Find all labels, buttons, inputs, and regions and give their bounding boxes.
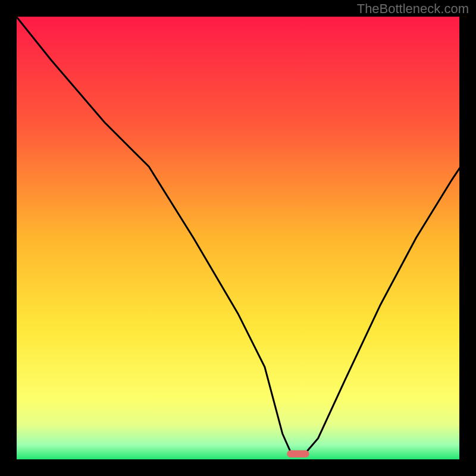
plot-background (15, 15, 461, 461)
bottleneck-chart (0, 0, 476, 476)
minimum-marker (287, 450, 309, 458)
watermark-text: TheBottleneck.com (357, 1, 469, 17)
chart-container: TheBottleneck.com (0, 0, 476, 476)
